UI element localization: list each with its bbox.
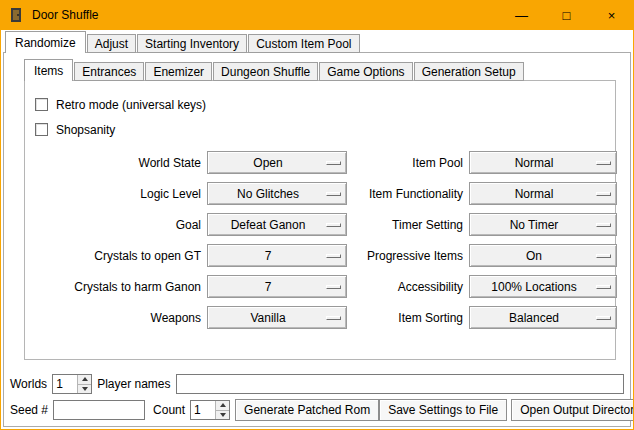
minimize-button[interactable]: — <box>499 0 544 30</box>
seed-input[interactable] <box>53 400 145 420</box>
item-functionality-value: Normal <box>470 187 598 201</box>
tab-entrances[interactable]: Entrances <box>74 62 144 81</box>
dropdown-indicator-icon <box>326 316 341 320</box>
crystals-ganon-value: 7 <box>208 280 328 294</box>
world-state-dropdown[interactable]: Open <box>207 151 347 174</box>
accessibility-label: Accessibility <box>353 280 463 294</box>
item-pool-dropdown[interactable]: Normal <box>469 151 617 174</box>
dropdown-indicator-icon <box>596 192 611 196</box>
bottom-controls: Worlds Player names Seed # Count <box>10 369 624 421</box>
count-spinner[interactable] <box>190 400 230 420</box>
retro-mode-checkbox-row[interactable]: Retro mode (universal keys) <box>35 95 609 114</box>
spin-down-icon[interactable] <box>77 384 91 394</box>
accessibility-dropdown[interactable]: 100% Locations <box>469 275 617 298</box>
worlds-label: Worlds <box>10 377 47 391</box>
tab-items[interactable]: Items <box>24 59 73 81</box>
accessibility-value: 100% Locations <box>470 280 598 294</box>
titlebar[interactable]: Door Shuffle — □ × <box>0 0 634 30</box>
player-names-label: Player names <box>97 377 170 391</box>
seed-row: Seed # Count Generate Patched Rom Save S… <box>10 399 624 421</box>
window-title: Door Shuffle <box>32 8 99 22</box>
dropdown-indicator-icon <box>326 223 341 227</box>
options-grid: World State Open Item Pool Normal Logic … <box>33 151 609 329</box>
worlds-input[interactable] <box>53 375 77 393</box>
worlds-row: Worlds Player names <box>10 374 624 394</box>
dropdown-indicator-icon <box>596 161 611 165</box>
maximize-button[interactable]: □ <box>544 0 589 30</box>
app-icon <box>8 7 24 23</box>
generate-patched-rom-button[interactable]: Generate Patched Rom <box>235 399 379 421</box>
tab-starting-inventory[interactable]: Starting Inventory <box>137 34 247 53</box>
tab-game-options[interactable]: Game Options <box>319 62 412 81</box>
logic-level-value: No Glitches <box>208 187 328 201</box>
item-sorting-value: Balanced <box>470 311 598 325</box>
dropdown-indicator-icon <box>596 285 611 289</box>
world-state-value: Open <box>208 156 328 170</box>
item-pool-label: Item Pool <box>353 156 463 170</box>
tab-custom-item-pool[interactable]: Custom Item Pool <box>248 34 359 53</box>
weapons-value: Vanilla <box>208 311 328 325</box>
app-window: Door Shuffle — □ × Randomize Adjust Star… <box>0 0 634 430</box>
item-functionality-label: Item Functionality <box>353 187 463 201</box>
crystals-ganon-label: Crystals to harm Ganon <box>33 280 201 294</box>
dropdown-indicator-icon <box>596 316 611 320</box>
retro-mode-label: Retro mode (universal keys) <box>56 98 206 112</box>
save-settings-button[interactable]: Save Settings to File <box>379 399 507 421</box>
tab-dungeon-shuffle[interactable]: Dungeon Shuffle <box>213 62 318 81</box>
item-sorting-label: Item Sorting <box>353 311 463 325</box>
weapons-dropdown[interactable]: Vanilla <box>207 306 347 329</box>
goal-dropdown[interactable]: Defeat Ganon <box>207 213 347 236</box>
player-names-input[interactable] <box>176 374 625 394</box>
tab-randomize[interactable]: Randomize <box>5 31 86 53</box>
crystals-ganon-dropdown[interactable]: 7 <box>207 275 347 298</box>
tab-enemizer[interactable]: Enemizer <box>145 62 212 81</box>
progressive-items-dropdown[interactable]: On <box>469 244 617 267</box>
window-controls: — □ × <box>499 0 634 30</box>
count-spinner-arrows <box>215 401 229 419</box>
shopsanity-checkbox[interactable] <box>35 123 48 136</box>
dropdown-indicator-icon <box>326 161 341 165</box>
dropdown-indicator-icon <box>596 254 611 258</box>
randomize-pane: Items Entrances Enemizer Dungeon Shuffle… <box>3 52 631 427</box>
timer-setting-dropdown[interactable]: No Timer <box>469 213 617 236</box>
item-sorting-dropdown[interactable]: Balanced <box>469 306 617 329</box>
tab-adjust[interactable]: Adjust <box>87 34 136 53</box>
dropdown-indicator-icon <box>326 285 341 289</box>
count-input[interactable] <box>191 401 215 419</box>
dropdown-indicator-icon <box>596 223 611 227</box>
timer-setting-value: No Timer <box>470 218 598 232</box>
shopsanity-checkbox-row[interactable]: Shopsanity <box>35 120 609 139</box>
spin-down-icon[interactable] <box>215 410 229 420</box>
dropdown-indicator-icon <box>326 192 341 196</box>
seed-label: Seed # <box>10 403 48 417</box>
spin-up-icon[interactable] <box>77 375 91 384</box>
timer-setting-label: Timer Setting <box>353 218 463 232</box>
logic-level-dropdown[interactable]: No Glitches <box>207 182 347 205</box>
window-body: Randomize Adjust Starting Inventory Cust… <box>1 30 633 429</box>
tab-generation-setup[interactable]: Generation Setup <box>414 62 524 81</box>
shopsanity-label: Shopsanity <box>56 123 115 137</box>
secondary-tab-bar: Items Entrances Enemizer Dungeon Shuffle… <box>4 58 630 81</box>
crystals-gt-dropdown[interactable]: 7 <box>207 244 347 267</box>
count-label: Count <box>153 403 185 417</box>
progressive-items-value: On <box>470 249 598 263</box>
world-state-label: World State <box>33 156 201 170</box>
item-functionality-dropdown[interactable]: Normal <box>469 182 617 205</box>
dropdown-indicator-icon <box>326 254 341 258</box>
crystals-gt-label: Crystals to open GT <box>33 249 201 263</box>
weapons-label: Weapons <box>33 311 201 325</box>
logic-level-label: Logic Level <box>33 187 201 201</box>
close-button[interactable]: × <box>589 0 634 30</box>
crystals-gt-value: 7 <box>208 249 328 263</box>
spin-up-icon[interactable] <box>215 401 229 410</box>
goal-value: Defeat Ganon <box>208 218 328 232</box>
retro-mode-checkbox[interactable] <box>35 98 48 111</box>
worlds-spinner[interactable] <box>52 374 92 394</box>
goal-label: Goal <box>33 218 201 232</box>
primary-tab-bar: Randomize Adjust Starting Inventory Cust… <box>1 30 633 53</box>
worlds-spinner-arrows <box>77 375 91 393</box>
items-pane: Retro mode (universal keys) Shopsanity W… <box>24 80 616 360</box>
progressive-items-label: Progressive Items <box>353 249 463 263</box>
item-pool-value: Normal <box>470 156 598 170</box>
open-output-directory-button[interactable]: Open Output Directory <box>511 399 633 421</box>
